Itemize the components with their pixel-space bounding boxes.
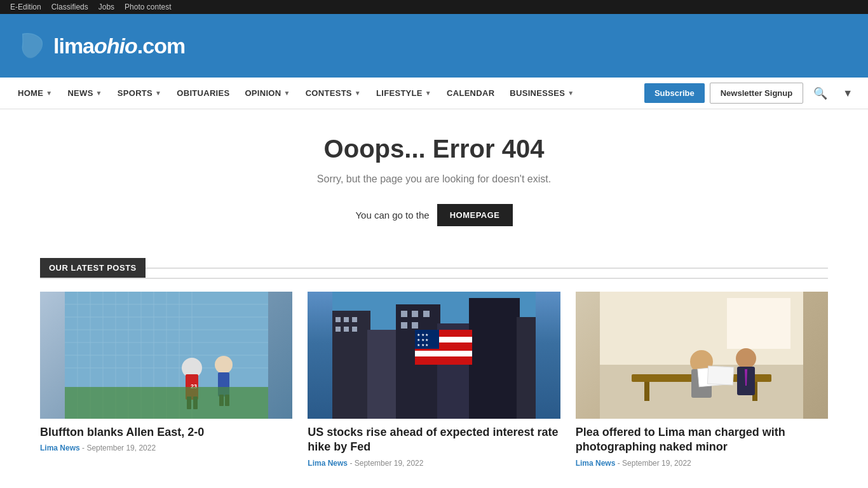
jobs-link[interactable]: Jobs xyxy=(98,3,114,11)
svg-rect-37 xyxy=(336,327,341,332)
homepage-row: You can go to the HOMEPAGE xyxy=(13,204,855,226)
nav-businesses[interactable]: BUSINESSES ▼ xyxy=(502,79,581,107)
error-subtitle: Sorry, but the page you are looking for … xyxy=(13,173,855,185)
svg-rect-29 xyxy=(367,330,399,419)
nav-sports[interactable]: SPORTS ▼ xyxy=(110,79,169,107)
post-meta-court: Lima News - September 19, 2022 xyxy=(576,459,828,468)
nav-right: Subscribe Newsletter Signup 🔍 ▼ xyxy=(644,81,858,105)
svg-rect-26 xyxy=(65,387,268,419)
chevron-down-icon: ▼ xyxy=(567,90,574,97)
post-date-stocks: September 19, 2022 xyxy=(355,459,424,468)
post-card-stocks[interactable]: ★ ★ ★ ★ ★ ★ ★ ★ ★ US stocks rise ahead o… xyxy=(308,292,560,468)
section-header: OUR LATEST POSTS xyxy=(40,258,828,279)
post-date-court: September 19, 2022 xyxy=(622,459,691,468)
svg-rect-60 xyxy=(644,382,649,401)
post-title-court: Plea offered to Lima man charged with ph… xyxy=(576,425,828,455)
newsletter-signup-button[interactable]: Newsletter Signup xyxy=(710,83,803,104)
post-date-separator-3: - xyxy=(618,459,622,468)
nav-items: HOME ▼ NEWS ▼ SPORTS ▼ OBITUARIES OPINIO… xyxy=(10,79,644,107)
error-section: Ooops... Error 404 Sorry, but the page y… xyxy=(0,109,868,258)
subscribe-button[interactable]: Subscribe xyxy=(644,83,705,103)
svg-rect-49 xyxy=(415,358,472,363)
svg-rect-48 xyxy=(415,351,472,356)
svg-rect-42 xyxy=(423,311,430,317)
chevron-down-icon: ▼ xyxy=(96,90,102,97)
svg-rect-41 xyxy=(412,311,418,317)
nav-calendar[interactable]: CALENDAR xyxy=(439,79,502,107)
svg-rect-36 xyxy=(352,317,357,322)
section-title: OUR LATEST POSTS xyxy=(40,258,146,278)
nav-lifestyle[interactable]: LIFESTYLE ▼ xyxy=(369,79,439,107)
post-card-court[interactable]: Plea offered to Lima man charged with ph… xyxy=(576,292,828,468)
svg-rect-39 xyxy=(352,327,357,332)
classifieds-link[interactable]: Classifieds xyxy=(51,3,88,11)
nav-contests[interactable]: CONTESTS ▼ xyxy=(298,79,369,107)
svg-text:★ ★ ★: ★ ★ ★ xyxy=(417,343,428,347)
section-divider xyxy=(146,268,828,269)
svg-rect-38 xyxy=(344,327,349,332)
nav-bar: HOME ▼ NEWS ▼ SPORTS ▼ OBITUARIES OPINIO… xyxy=(0,78,868,109)
homepage-prompt: You can go to the xyxy=(355,210,429,220)
svg-text:★ ★ ★: ★ ★ ★ xyxy=(417,338,428,342)
logo[interactable]: limaohio.com xyxy=(13,27,185,65)
nav-home[interactable]: HOME ▼ xyxy=(10,79,60,107)
logo-lima: lima xyxy=(53,34,94,58)
svg-rect-33 xyxy=(517,317,536,419)
chevron-down-icon: ▼ xyxy=(355,90,361,97)
post-image-stocks: ★ ★ ★ ★ ★ ★ ★ ★ ★ xyxy=(308,292,560,419)
top-bar: E-Edition Classifieds Jobs Photo contest xyxy=(0,0,868,14)
chevron-down-icon: ▼ xyxy=(283,90,290,97)
latest-posts-section: OUR LATEST POSTS xyxy=(27,258,841,488)
site-header: limaohio.com xyxy=(0,14,868,78)
post-date-separator-2: - xyxy=(349,459,354,468)
post-meta-soccer: Lima News - September 19, 2022 xyxy=(40,444,292,452)
svg-point-22 xyxy=(215,356,233,374)
svg-rect-40 xyxy=(401,311,407,317)
photo-contest-link[interactable]: Photo contest xyxy=(125,3,171,11)
search-icon[interactable]: 🔍 xyxy=(808,81,832,105)
svg-rect-44 xyxy=(412,322,418,329)
posts-grid: 23 Bluffton blanks Allen East, 2-0 Lima … xyxy=(40,292,828,468)
post-meta-stocks: Lima News - September 19, 2022 xyxy=(308,459,560,468)
post-author-court: Lima News xyxy=(576,459,616,468)
svg-rect-58 xyxy=(727,298,790,349)
post-image-court xyxy=(576,292,828,419)
post-image-soccer: 23 xyxy=(40,292,292,419)
post-title-soccer: Bluffton blanks Allen East, 2-0 xyxy=(40,425,292,440)
logo-text: limaohio.com xyxy=(53,34,185,58)
chevron-down-icon: ▼ xyxy=(155,90,161,97)
nav-news[interactable]: NEWS ▼ xyxy=(60,79,109,107)
post-card-soccer[interactable]: 23 Bluffton blanks Allen East, 2-0 Lima … xyxy=(40,292,292,468)
post-date-soccer: September 19, 2022 xyxy=(86,444,156,452)
logo-ohio: ohio xyxy=(94,34,137,58)
svg-rect-34 xyxy=(336,317,341,322)
post-author-stocks: Lima News xyxy=(308,459,348,468)
chevron-down-icon: ▼ xyxy=(46,90,52,97)
error-title: Ooops... Error 404 xyxy=(13,135,855,163)
logo-domain: .com xyxy=(137,34,185,58)
svg-text:★ ★ ★: ★ ★ ★ xyxy=(417,333,428,337)
language-icon[interactable]: ▼ xyxy=(837,83,858,104)
post-title-stocks: US stocks rise ahead of expected interes… xyxy=(308,425,560,455)
nav-opinion[interactable]: OPINION ▼ xyxy=(237,79,297,107)
svg-point-64 xyxy=(736,348,756,369)
svg-rect-32 xyxy=(469,298,520,419)
svg-rect-68 xyxy=(708,366,734,385)
svg-rect-43 xyxy=(401,322,407,329)
homepage-button[interactable]: HOMEPAGE xyxy=(437,204,513,226)
post-author-soccer: Lima News xyxy=(40,444,80,452)
chevron-down-icon: ▼ xyxy=(425,90,431,97)
svg-rect-35 xyxy=(344,317,349,322)
e-edition-link[interactable]: E-Edition xyxy=(10,3,41,11)
nav-obituaries[interactable]: OBITUARIES xyxy=(169,79,237,107)
